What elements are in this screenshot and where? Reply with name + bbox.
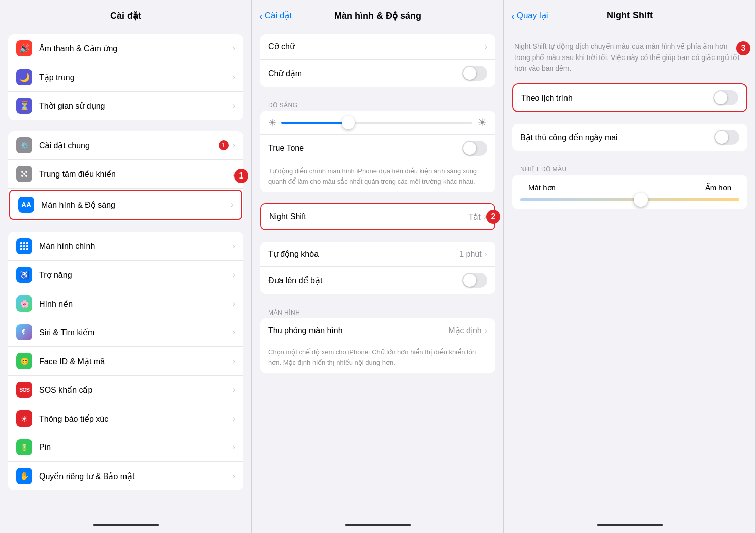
do-sang-group: ☀ ☀ True Tone Tự động điều chỉnh màn hìn…	[260, 111, 495, 192]
theo-lich-toggle[interactable]	[713, 90, 738, 105]
row-true-tone[interactable]: True Tone	[260, 135, 495, 162]
nhiet-do-mau-label: NHIỆT ĐỘ MÀU	[504, 162, 755, 175]
back-button-3[interactable]: ‹ Quay lại	[511, 10, 548, 21]
color-temp-track[interactable]	[520, 198, 739, 201]
home-bar-3	[597, 524, 663, 526]
row-man-hinh[interactable]: AA Màn hình & Độ sáng ›	[9, 190, 242, 220]
hinh-nen-icon: 🌸	[16, 295, 32, 312]
settings-group-3: Màn hình chính › ♿ Trợ năng › 🌸 Hình nền…	[8, 232, 243, 490]
ns-desc-wrap: Night Shift tự động dịch chuyển màu của …	[504, 34, 755, 79]
panel2-content: Cỡ chữ › Chữ đậm ĐỘ SÁNG ☀ ☀ True Tone	[252, 28, 503, 517]
panel3-title: Night Shift	[607, 10, 653, 21]
panel1-content: 🔊 Âm thanh & Cảm ứng › 🌙 Tập trung › ⏳ T…	[0, 28, 251, 517]
man-hinh-group: Thu phóng màn hình Mặc định › Chọn một c…	[260, 318, 495, 373]
chevron-icon: ›	[233, 141, 235, 150]
row-thoi-gian[interactable]: ⏳ Thời gian sử dụng ›	[8, 92, 243, 120]
step-badge-1: 1	[234, 169, 248, 183]
thong-bao-icon: ☀	[16, 410, 32, 427]
tro-nang-icon: ♿	[16, 267, 32, 283]
settings-group-2: ⚙️ Cài đặt chung 1 › Trung tâm điều khiể…	[8, 131, 243, 221]
color-temp-labels-wrap: Mát hơn Ấm hơn	[512, 175, 747, 194]
chevron-icon: ›	[233, 385, 235, 394]
panel3-header: ‹ Quay lại Night Shift	[504, 0, 755, 28]
settings-group-2-wrap: ⚙️ Cài đặt chung 1 › Trung tâm điều khiể…	[8, 131, 243, 221]
svg-rect-6	[23, 242, 25, 244]
step-badge-2: 2	[486, 210, 500, 224]
back-label-2: Cài đặt	[265, 10, 292, 21]
home-indicator-3	[504, 517, 755, 533]
brightness-fill	[281, 122, 348, 124]
thu-phong-desc: Chọn một chế độ xem cho iPhone. Chữ lớn …	[268, 348, 476, 366]
bat-thu-cong-group: Bật thủ công đến ngày mai	[512, 124, 747, 151]
brightness-thumb[interactable]	[342, 116, 355, 129]
row-thong-bao[interactable]: ☀ Thông báo tiếp xúc ›	[8, 404, 243, 433]
chevron-icon: ›	[233, 101, 235, 110]
back-chevron-icon: ‹	[511, 11, 515, 21]
back-button-2[interactable]: ‹ Cài đặt	[259, 10, 292, 21]
color-temp-slider-wrap	[512, 194, 747, 209]
panel3-content: Night Shift tự động dịch chuyển màu của …	[504, 28, 755, 517]
chevron-icon: ›	[233, 73, 235, 82]
row-am-thanh[interactable]: 🔊 Âm thanh & Cảm ứng ›	[8, 34, 243, 63]
chevron-icon: ›	[233, 414, 235, 423]
row-co-chu[interactable]: Cỡ chữ ›	[260, 34, 495, 60]
am-thanh-icon: 🔊	[16, 40, 32, 56]
trung-tam-icon	[16, 166, 32, 182]
brightness-track[interactable]	[281, 122, 472, 124]
dua-len-toggle[interactable]	[462, 273, 487, 288]
home-indicator-1	[0, 517, 251, 533]
row-man-hinh-chinh[interactable]: Màn hình chính ›	[8, 232, 243, 261]
row-tro-nang[interactable]: ♿ Trợ năng ›	[8, 261, 243, 289]
chevron-icon: ›	[233, 44, 235, 53]
chevron-icon: ›	[233, 471, 235, 481]
pin-icon: 🔋	[16, 439, 32, 455]
row-sos[interactable]: SOS SOS khẩn cấp ›	[8, 376, 243, 404]
svg-rect-8	[20, 245, 22, 247]
chevron-icon: ›	[231, 200, 233, 209]
row-night-shift[interactable]: Night Shift Tắt ›	[261, 204, 494, 229]
badge-1: 1	[219, 140, 229, 150]
row-pin[interactable]: 🔋 Pin ›	[8, 433, 243, 462]
row-quyen-rieng[interactable]: ✋ Quyền riêng tư & Bảo mật ›	[8, 462, 243, 490]
svg-rect-9	[23, 245, 25, 247]
svg-rect-12	[23, 248, 25, 250]
panel1-title: Cài đặt	[110, 10, 141, 21]
true-tone-desc-wrap: Tự động điều chỉnh màn hình iPhone dựa t…	[260, 162, 495, 192]
home-bar-1	[93, 524, 159, 526]
chevron-icon: ›	[233, 299, 235, 308]
row-face-id[interactable]: 😊 Face ID & Mật mã ›	[8, 347, 243, 376]
panel2-title: Màn hình & Độ sáng	[334, 10, 421, 21]
color-temp-thumb[interactable]	[634, 193, 648, 207]
panel2-header: ‹ Cài đặt Màn hình & Độ sáng	[252, 0, 503, 28]
row-theo-lich[interactable]: Theo lịch trình	[513, 84, 746, 111]
svg-rect-13	[26, 248, 28, 250]
khoa-group: Tự động khóa 1 phút › Đưa lên để bật	[260, 242, 495, 294]
cai-dat-chung-icon: ⚙️	[16, 137, 32, 153]
bat-thu-cong-toggle[interactable]	[714, 130, 739, 145]
row-tap-trung[interactable]: 🌙 Tập trung ›	[8, 63, 243, 92]
home-bar-2	[345, 524, 411, 526]
man-hinh-chinh-icon	[16, 238, 32, 254]
svg-point-1	[25, 171, 27, 173]
row-dua-len[interactable]: Đưa lên để bật	[260, 267, 495, 294]
row-bat-thu-cong[interactable]: Bật thủ công đến ngày mai	[512, 124, 747, 151]
sun-large-icon: ☀	[477, 116, 487, 129]
display-brightness-panel: ‹ Cài đặt Màn hình & Độ sáng Cỡ chữ › Ch…	[252, 0, 504, 533]
true-tone-toggle[interactable]	[462, 141, 487, 156]
row-trung-tam[interactable]: Trung tâm điều khiển ›	[8, 160, 243, 189]
chu-dam-toggle[interactable]	[462, 66, 487, 81]
true-tone-desc: Tự động điều chỉnh màn hình iPhone dựa t…	[268, 167, 477, 185]
row-chu-dam[interactable]: Chữ đậm	[260, 60, 495, 87]
night-shift-group: Night Shift Tắt ›	[260, 203, 495, 230]
do-sang-label: ĐỘ SÁNG	[252, 98, 503, 111]
svg-rect-11	[20, 248, 22, 250]
row-siri[interactable]: 🎙 Siri & Tìm kiếm ›	[8, 318, 243, 347]
row-hinh-nen[interactable]: 🌸 Hình nền ›	[8, 289, 243, 318]
row-thu-phong[interactable]: Thu phóng màn hình Mặc định ›	[260, 318, 495, 343]
row-tu-dong-khoa[interactable]: Tự động khóa 1 phút ›	[260, 242, 495, 267]
face-id-icon: 😊	[16, 353, 32, 369]
row-cai-dat-chung[interactable]: ⚙️ Cài đặt chung 1 ›	[8, 131, 243, 160]
sun-small-icon: ☀	[268, 117, 276, 128]
tap-trung-icon: 🌙	[16, 69, 32, 85]
siri-icon: 🎙	[16, 324, 32, 340]
